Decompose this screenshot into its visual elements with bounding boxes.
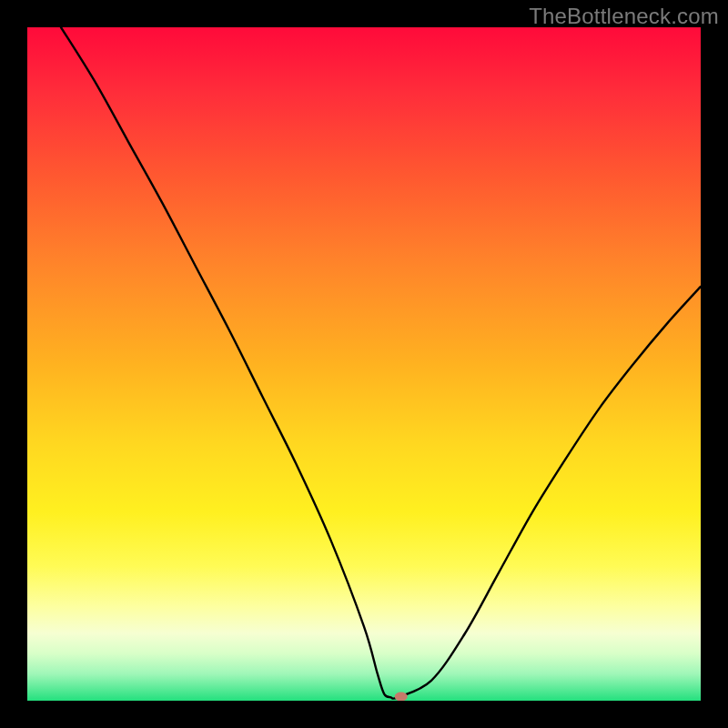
chart-svg [27,27,701,701]
chart-frame: TheBottleneck.com [0,0,728,728]
bottleneck-curve [61,27,701,699]
minimum-marker [395,693,408,701]
plot-area [27,27,701,701]
watermark-text: TheBottleneck.com [529,4,719,29]
